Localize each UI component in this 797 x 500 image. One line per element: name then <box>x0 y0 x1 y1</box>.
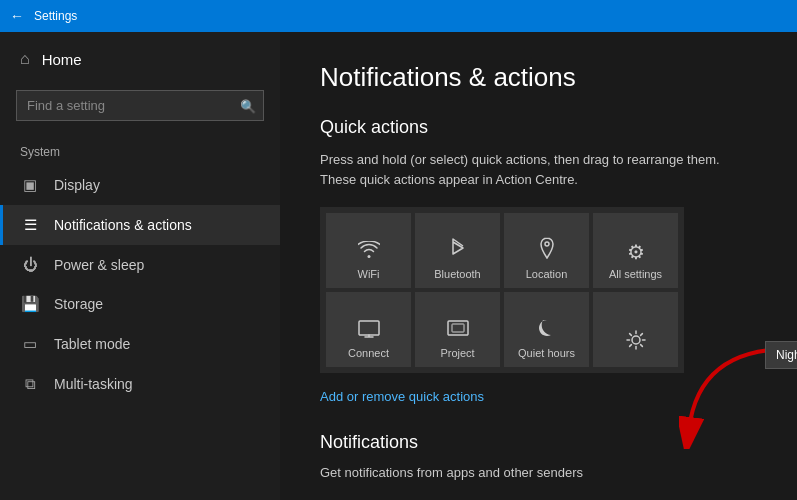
project-label: Project <box>440 347 474 359</box>
location-label: Location <box>526 268 568 280</box>
main-layout: ⌂ Home 🔍 System ▣ Display ☰ Notification… <box>0 32 797 500</box>
sidebar-item-notifications[interactable]: ☰ Notifications & actions <box>0 205 280 245</box>
connect-icon <box>358 320 380 343</box>
notifications-desc: Get notifications from apps and other se… <box>320 463 757 483</box>
home-icon: ⌂ <box>20 50 30 68</box>
quiethours-icon <box>537 318 557 343</box>
sidebar-item-display-label: Display <box>54 177 100 193</box>
svg-rect-2 <box>448 321 468 335</box>
sidebar-item-power-label: Power & sleep <box>54 257 144 273</box>
quick-actions-grid: WiFi Bluetooth <box>320 207 684 373</box>
add-remove-link[interactable]: Add or remove quick actions <box>320 389 757 404</box>
nightlight-icon <box>626 330 646 355</box>
title-bar: ← Settings <box>0 0 797 32</box>
sidebar-item-notifications-label: Notifications & actions <box>54 217 192 233</box>
svg-line-9 <box>629 334 631 336</box>
search-input[interactable] <box>16 90 264 121</box>
location-icon <box>538 237 556 264</box>
allsettings-label: All settings <box>609 268 662 280</box>
title-bar-label: Settings <box>34 9 77 23</box>
connect-label: Connect <box>348 347 389 359</box>
sidebar-item-home[interactable]: ⌂ Home <box>0 32 280 86</box>
qa-tile-allsettings[interactable]: ⚙ All settings <box>593 213 678 288</box>
sidebar-item-tablet[interactable]: ▭ Tablet mode <box>0 324 280 364</box>
content-area: Notifications & actions Quick actions Pr… <box>280 32 797 500</box>
home-label: Home <box>42 51 82 68</box>
tablet-icon: ▭ <box>20 335 40 353</box>
power-icon: ⏻ <box>20 256 40 273</box>
quick-actions-wrapper: WiFi Bluetooth <box>320 207 684 389</box>
sidebar-item-multitasking-label: Multi-tasking <box>54 376 133 392</box>
wifi-icon <box>358 241 380 264</box>
sidebar: ⌂ Home 🔍 System ▣ Display ☰ Notification… <box>0 32 280 500</box>
search-icon: 🔍 <box>240 98 256 113</box>
svg-rect-1 <box>359 321 379 335</box>
sidebar-item-multitasking[interactable]: ⧉ Multi-tasking <box>0 364 280 404</box>
storage-icon: 💾 <box>20 295 40 313</box>
project-icon <box>447 320 469 343</box>
sidebar-section-label: System <box>0 137 280 165</box>
sidebar-item-display[interactable]: ▣ Display <box>0 165 280 205</box>
multitasking-icon: ⧉ <box>20 375 40 393</box>
back-button[interactable]: ← <box>10 8 24 24</box>
nightlight-tooltip: Night light <box>765 341 797 369</box>
svg-point-0 <box>545 242 549 246</box>
qa-tile-bluetooth[interactable]: Bluetooth <box>415 213 500 288</box>
quick-actions-title: Quick actions <box>320 117 757 138</box>
qa-tile-project[interactable]: Project <box>415 292 500 367</box>
display-icon: ▣ <box>20 176 40 194</box>
qa-tile-connect[interactable]: Connect <box>326 292 411 367</box>
quick-actions-desc: Press and hold (or select) quick actions… <box>320 150 740 189</box>
sidebar-item-tablet-label: Tablet mode <box>54 336 130 352</box>
page-title: Notifications & actions <box>320 62 757 93</box>
sidebar-item-storage-label: Storage <box>54 296 103 312</box>
qa-tile-wifi[interactable]: WiFi <box>326 213 411 288</box>
wifi-label: WiFi <box>358 268 380 280</box>
qa-tile-location[interactable]: Location <box>504 213 589 288</box>
sidebar-item-storage[interactable]: 💾 Storage <box>0 284 280 324</box>
svg-rect-3 <box>452 324 464 332</box>
allsettings-icon: ⚙ <box>627 240 645 264</box>
qa-tile-quiethours[interactable]: Quiet hours <box>504 292 589 367</box>
svg-line-12 <box>629 345 631 347</box>
svg-line-10 <box>640 345 642 347</box>
sidebar-search: 🔍 <box>16 90 264 121</box>
svg-point-4 <box>632 336 640 344</box>
notifications-title: Notifications <box>320 432 757 453</box>
sidebar-item-power[interactable]: ⏻ Power & sleep <box>0 245 280 284</box>
svg-line-11 <box>640 334 642 336</box>
quiethours-label: Quiet hours <box>518 347 575 359</box>
bluetooth-icon <box>451 237 465 264</box>
notifications-icon: ☰ <box>20 216 40 234</box>
qa-tile-nightlight[interactable]: Night light <box>593 292 678 367</box>
bluetooth-label: Bluetooth <box>434 268 480 280</box>
